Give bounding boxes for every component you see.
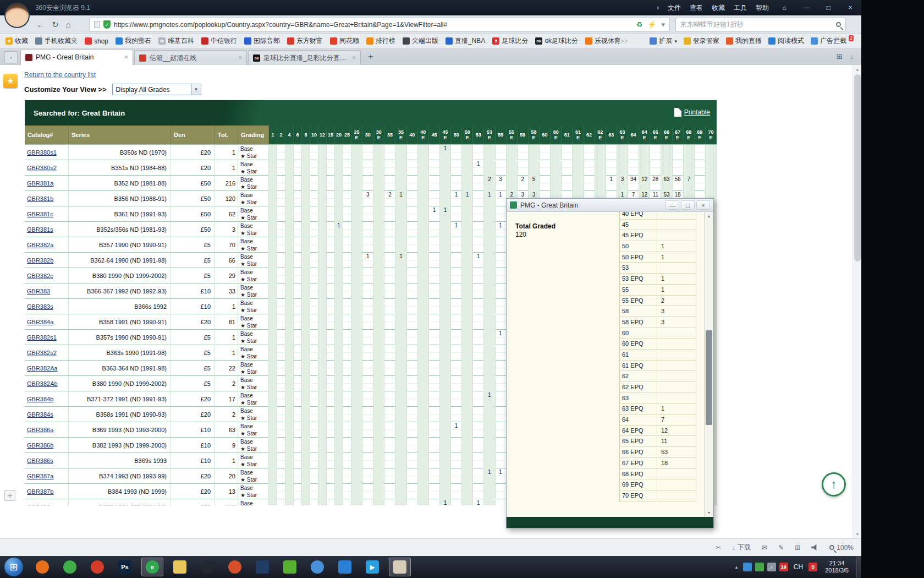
address-dropdown-icon[interactable]: ▾ [661, 20, 665, 29]
catalog-link[interactable]: GBR381c [25, 211, 53, 217]
sidebar-collapse-icon[interactable]: ‹ [4, 51, 18, 63]
search-placeholder[interactable]: 京东蝴蝶节好物1折秒 [680, 20, 836, 29]
site-safety-shield-icon[interactable]: ✓ [103, 20, 111, 29]
bookmark-收藏[interactable]: ★收藏 [6, 36, 28, 46]
catalog-link[interactable]: GBR381b [25, 195, 53, 202]
bookmark-中信银行[interactable]: 中信银行 [201, 36, 237, 46]
speed-mode-icon[interactable]: ⚡ [647, 20, 656, 29]
popup-maximize-button[interactable]: □ [681, 200, 695, 210]
home-button[interactable]: ⌂ [66, 20, 71, 30]
catalog-link[interactable]: GBR386a [25, 427, 53, 433]
catalog-link[interactable]: GBR380s2 [25, 165, 57, 171]
catalog-link[interactable]: GBR382c [25, 272, 53, 279]
new-tab-button[interactable]: + [364, 51, 377, 63]
search-box[interactable]: 京东蝴蝶节好物1折秒 [675, 18, 846, 32]
page-scrollbar[interactable]: ▲ ▼ [853, 65, 861, 538]
catalog-link[interactable]: GBR380s1 [25, 149, 57, 156]
catalog-link[interactable]: GBR386s [25, 457, 53, 464]
bookmark-手机收藏夹[interactable]: 手机收藏夹 [35, 36, 78, 46]
360-tray-icon[interactable] [755, 563, 764, 571]
taskbar-red-app-icon[interactable] [86, 558, 108, 576]
catalog-link[interactable]: GBR384s [25, 411, 53, 418]
refresh-button[interactable]: ↻ [52, 20, 59, 30]
speaker-icon[interactable] [811, 544, 818, 551]
taskbar-photoshop-icon[interactable]: Ps [114, 558, 136, 576]
mail-icon[interactable]: ✉ [762, 544, 767, 552]
taskbar-chrome-icon[interactable] [306, 558, 328, 576]
screenshot-icon[interactable]: ✂ [716, 544, 721, 552]
catalog-link[interactable]: GBR382Aa [25, 365, 58, 372]
tab-grid-icon[interactable]: ⊞ [837, 52, 843, 61]
bookmark-ok足球比分[interactable]: okok足球比分 [535, 36, 578, 46]
close-button[interactable]: × [844, 3, 857, 13]
bookmark-国际音郎[interactable]: 国际音郎 [244, 36, 280, 46]
catalog-link[interactable]: GBR388a [25, 504, 53, 505]
catalog-link[interactable]: GBR387a [25, 473, 53, 479]
back-to-top-button[interactable]: ↑ [822, 472, 846, 497]
start-button[interactable]: ⊞ [4, 558, 23, 576]
zoom-control[interactable]: 100% [829, 544, 854, 552]
taskbar-folder-icon[interactable] [169, 558, 191, 576]
bookmark-同花顺[interactable]: 同花顺 [330, 36, 359, 46]
menu-collapse-icon[interactable]: › [657, 4, 659, 12]
popup-scrollbar[interactable]: ▲ ▼ [704, 212, 713, 517]
taskbar-blue-tool-icon[interactable] [251, 558, 273, 576]
favorite-star-widget[interactable]: ★ [3, 74, 18, 88]
music-tray-icon[interactable]: ♪ [767, 563, 776, 571]
search-icon[interactable] [836, 22, 841, 27]
taskbar-paint-icon[interactable] [389, 558, 411, 576]
tab[interactable]: ok足球比分直播_足彩比分直播_足...× [248, 50, 361, 65]
catalog-link[interactable]: GBR386b [25, 442, 53, 449]
tab-close-icon[interactable]: × [238, 54, 242, 62]
catalog-link[interactable]: GBR383 [25, 288, 50, 295]
user-avatar[interactable] [4, 3, 30, 28]
taskbar-iqiyi-icon[interactable] [279, 558, 301, 576]
bookmark-我的萤石[interactable]: 我的萤石 [116, 36, 151, 46]
catalog-link[interactable]: GBR381a [25, 180, 53, 187]
catalog-link[interactable]: GBR384b [25, 396, 53, 402]
ime-icon[interactable]: S [809, 563, 817, 571]
taskbar-qq-icon[interactable] [196, 558, 218, 576]
taskbar-video-play-icon[interactable]: ▶ [361, 558, 383, 576]
catalog-link[interactable]: GBR382s1 [25, 334, 57, 341]
bookmark-维基百科[interactable]: W维基百科 [158, 36, 194, 46]
minimize-button[interactable]: — [800, 3, 813, 13]
address-bar[interactable]: ✓ https://www.pmgnotes.com/poplookup/Cou… [89, 18, 670, 32]
menu-item-工具[interactable]: 工具 [734, 3, 747, 13]
popup-scroll-down-icon[interactable]: ▼ [705, 509, 713, 517]
taskbar-360-safety-icon[interactable] [59, 558, 81, 576]
window-split-icon[interactable]: ⊞ [795, 544, 800, 552]
taskbar-firefox-icon[interactable] [31, 558, 53, 576]
bookmark-排行榜[interactable]: 排行榜 [366, 36, 395, 46]
catalog-link[interactable]: GBR387b [25, 488, 53, 495]
catalog-link[interactable]: GBR382s2 [25, 350, 57, 356]
menu-item-帮助[interactable]: 帮助 [756, 3, 769, 13]
download-button[interactable]: ↓ 下载 [732, 543, 751, 552]
catalog-link[interactable]: GBR384a [25, 319, 53, 325]
bookmark-shop[interactable]: shop [85, 37, 108, 45]
select-caret-icon[interactable]: ▼ [191, 84, 201, 95]
catalog-link[interactable]: GBR382b [25, 257, 53, 264]
tab-close-icon[interactable]: × [124, 53, 128, 61]
catalog-link[interactable]: GBR383s [25, 303, 53, 310]
page-info-icon[interactable] [94, 21, 100, 28]
tab-close-icon[interactable]: × [352, 54, 356, 62]
bookmark-足球比分[interactable]: 5足球比分 [492, 36, 528, 46]
sidebar-add-button[interactable]: + [4, 490, 15, 501]
skin-icon[interactable]: ⌂ [778, 3, 791, 13]
pc-manager-tray-icon[interactable] [743, 563, 752, 571]
popup-close-button[interactable]: × [696, 200, 710, 210]
scroll-thumb[interactable] [854, 74, 861, 261]
menu-item-查看[interactable]: 查看 [690, 3, 703, 13]
note-icon[interactable]: ✎ [778, 544, 784, 552]
printable-link[interactable]: Printable [674, 108, 710, 117]
taskbar-clock[interactable]: 21:34 2018/3/5 [822, 560, 852, 574]
tab[interactable]: 信箱__赵涌在线× [134, 50, 247, 65]
bookmark-直播_NBA[interactable]: 直播_NBA [446, 36, 485, 46]
catalog-link[interactable]: GBR382a [25, 242, 53, 248]
taskbar-360-browser-icon[interactable]: e [141, 558, 163, 576]
catalog-link[interactable]: GBR382Ab [25, 380, 58, 387]
show-desktop-button[interactable] [856, 556, 861, 578]
tab[interactable]: PMG - Great Britain× [20, 49, 133, 65]
printable-label[interactable]: Printable [684, 108, 710, 116]
